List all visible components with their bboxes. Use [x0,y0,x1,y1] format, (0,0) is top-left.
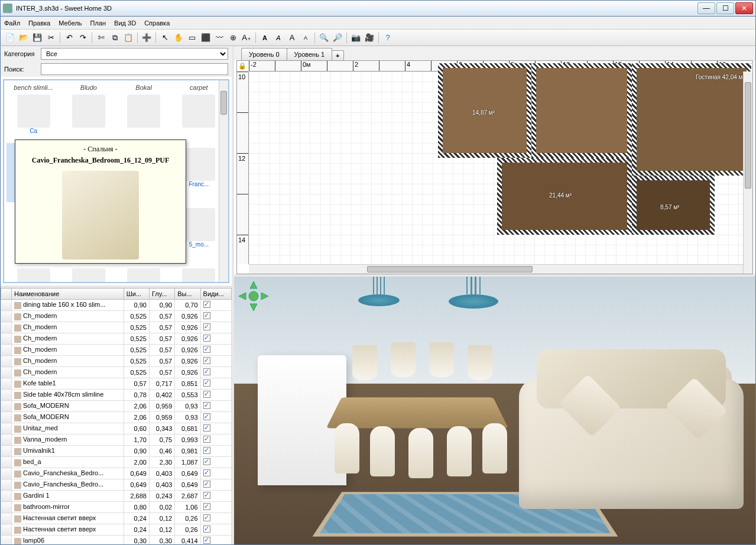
visibility-checkbox[interactable] [203,503,210,510]
copy-icon[interactable]: ⧉ [109,32,121,44]
zoom-out-icon[interactable]: 🔎 [332,32,343,44]
text-italic-icon[interactable]: A [272,32,284,44]
cut-icon[interactable]: ✄ [95,32,107,44]
create-dimension-icon[interactable]: ⊕ [227,32,239,44]
catalog-item[interactable]: Ch [7,264,60,283]
plan-hscroll[interactable] [249,264,743,274]
table-header[interactable]: Ши... [124,288,149,300]
table-row[interactable]: Side table 40x78cm slimline0,780,4020,55… [1,390,232,401]
visibility-checkbox[interactable] [203,447,210,454]
tab-level-1[interactable]: Уровень 1 [287,48,333,60]
menu-help[interactable]: Справка [144,20,170,27]
visibility-checkbox[interactable] [203,492,210,499]
catalog-item[interactable]: bench slimli...Ca [7,83,60,142]
table-row[interactable]: Ch_modern0,5250,570,926 [1,356,232,367]
table-row[interactable]: Sofa_MODERN2,060,9590,93 [1,412,232,423]
table-header[interactable]: Види... [200,288,231,300]
table-row[interactable]: Настенная светит вверх0,240,120,26 [1,524,232,536]
visibility-checkbox[interactable] [203,368,210,375]
visibility-checkbox[interactable] [203,379,210,387]
visibility-checkbox[interactable] [203,537,210,544]
table-row[interactable]: Umivalnik10,900,460,981 [1,446,232,457]
menu-edit[interactable]: Правка [28,20,50,27]
catalog-item[interactable]: Bludo [61,83,115,142]
menu-furniture[interactable]: Мебель [59,20,82,27]
paste-icon[interactable]: 📋 [122,32,134,44]
visibility-checkbox[interactable] [203,413,210,420]
visibility-checkbox[interactable] [203,436,210,443]
catalog-item[interactable]: carpet [172,83,226,142]
visibility-checkbox[interactable] [203,312,210,319]
table-row[interactable]: Cavio_Francheska_Bedro...0,6490,4030,649 [1,468,232,479]
navigation-pad[interactable] [238,280,270,312]
visibility-checkbox[interactable] [203,424,210,432]
view-3d[interactable] [234,277,755,544]
create-label-icon[interactable]: A₊ [241,32,252,44]
catalog-item[interactable] [61,264,115,283]
visibility-checkbox[interactable] [203,469,210,476]
text-bold-icon[interactable]: A [259,32,271,44]
table-row[interactable]: Cavio_Francheska_Bedro...0,6490,4030,649 [1,479,232,491]
table-header[interactable]: Наименование [12,288,124,300]
table-row[interactable]: Ch_modern0,5250,570,926 [1,333,232,345]
minimize-button[interactable]: — [697,2,715,14]
table-row[interactable]: Ch_modern0,5250,570,926 [1,311,232,322]
add-furniture-icon[interactable]: ➕ [141,32,153,44]
catalog-item[interactable] [117,264,171,283]
search-input[interactable] [41,63,228,75]
table-row[interactable]: dining table 160 x 160 slim...0,900,900,… [1,300,232,311]
decrease-text-icon[interactable]: A [300,32,312,44]
category-select[interactable]: Все [41,48,228,60]
visibility-checkbox[interactable] [203,346,210,353]
table-header[interactable] [1,288,12,300]
catalog-item[interactable]: Bokal [117,83,171,142]
visibility-checkbox[interactable] [203,525,210,533]
table-row[interactable]: Настенная светит вверх0,240,120,26 [1,513,232,524]
new-file-icon[interactable]: 📄 [4,32,16,44]
menu-plan[interactable]: План [90,20,106,27]
visibility-checkbox[interactable] [203,301,210,308]
undo-icon[interactable]: ↶ [63,32,75,44]
plan-vscroll[interactable] [743,72,752,274]
open-icon[interactable]: 📂 [18,32,30,44]
table-row[interactable]: Gardini 12,6880,2432,687 [1,491,232,502]
create-polyline-icon[interactable]: 〰 [213,32,225,44]
table-row[interactable]: Kofe table10,570,7170,851 [1,378,232,390]
table-row[interactable]: Vanna_modern1,700,750,993 [1,434,232,446]
tab-level-0[interactable]: Уровень 0 [241,48,287,60]
save-icon[interactable]: 💾 [31,32,43,44]
table-row[interactable]: lamp060,300,300,414 [1,536,232,545]
table-row[interactable]: Sofa_MODERN2,060,9590,93 [1,401,232,412]
table-row[interactable]: Ch_modern0,5250,570,926 [1,367,232,378]
table-row[interactable]: Ch_modern0,5250,570,926 [1,345,232,356]
tab-add[interactable]: + [332,50,343,60]
photo-icon[interactable]: 📷 [350,32,362,44]
catalog-scrollbar[interactable] [219,80,228,282]
visibility-checkbox[interactable] [203,481,210,488]
create-room-icon[interactable]: ⬛ [200,32,212,44]
pan-icon[interactable]: ✋ [173,32,184,44]
plan-view[interactable]: 🔒 -20м246810121416 101214 14,87 м² Гости… [236,60,753,274]
lock-icon[interactable]: 🔒 [238,62,248,70]
visibility-checkbox[interactable] [203,514,210,521]
help-icon[interactable]: ? [382,32,394,44]
table-row[interactable]: bed_a2,002,301,087 [1,457,232,468]
close-button[interactable]: ✕ [735,2,753,14]
redo-icon[interactable]: ↷ [77,32,89,44]
visibility-checkbox[interactable] [203,335,210,342]
catalog-item[interactable]: _671... [172,264,226,283]
visibility-checkbox[interactable] [203,323,210,330]
maximize-button[interactable]: ☐ [716,2,734,14]
create-walls-icon[interactable]: ▭ [186,32,198,44]
table-row[interactable]: Ch_modern0,5250,570,926 [1,322,232,333]
visibility-checkbox[interactable] [203,391,210,398]
visibility-checkbox[interactable] [203,402,210,409]
zoom-in-icon[interactable]: 🔍 [318,32,330,44]
visibility-checkbox[interactable] [203,458,210,465]
visibility-checkbox[interactable] [203,357,210,364]
table-header[interactable]: Глу... [149,288,174,300]
menu-3d[interactable]: Вид 3D [114,20,136,27]
table-header[interactable]: Вы... [175,288,200,300]
menu-file[interactable]: Файл [4,20,20,27]
video-icon[interactable]: 🎥 [364,32,375,44]
